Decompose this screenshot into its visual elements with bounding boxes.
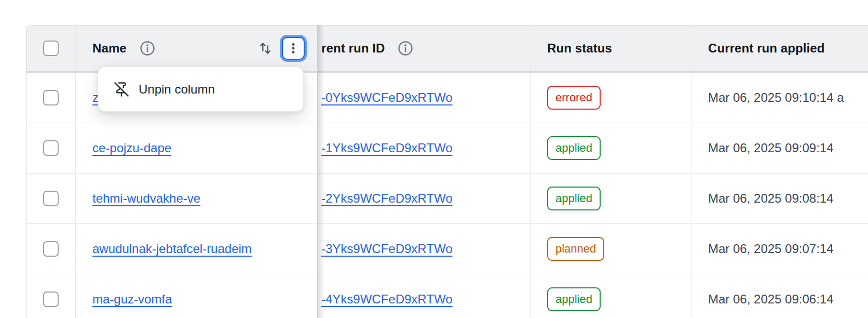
header-cell-name: Name — [76, 25, 318, 71]
sort-icon[interactable] — [258, 41, 273, 56]
run-applied-timestamp: Mar 06, 2025 09:09:14 — [708, 141, 834, 155]
run-applied-timestamp: Mar 06, 2025 09:10:14 a — [708, 90, 844, 105]
row-cell-run-applied: Mar 06, 2025 09:09:14 — [691, 123, 868, 173]
row-cell-name: ce-pojzu-dape — [76, 123, 318, 173]
table-row: awudulnak-jebtafcel-ruadeim -3Yks9WCFeD9… — [26, 224, 868, 274]
row-cell-select — [26, 224, 76, 274]
row-cell-run-status: applied — [531, 174, 691, 223]
header-cell-run-status: Run status — [531, 25, 691, 71]
row-cell-run-id: -3Yks9WCFeD9xRTWo — [318, 224, 531, 274]
row-cell-select — [26, 174, 76, 223]
row-cell-run-applied: Mar 06, 2025 09:08:14 — [691, 174, 868, 223]
table-row: ce-pojzu-dape -1Yks9WCFeD9xRTWo applied … — [26, 123, 868, 174]
pin-off-icon — [114, 82, 129, 97]
run-applied-timestamp: Mar 06, 2025 09:06:14 — [708, 292, 834, 307]
run-id-link[interactable]: -2Yks9WCFeD9xRTWo — [321, 191, 453, 206]
row-checkbox[interactable] — [43, 241, 59, 257]
row-cell-run-id: -2Yks9WCFeD9xRTWo — [318, 174, 531, 223]
table-row: ma-guz-vomfa -4Yks9WCFeD9xRTWo applied M… — [26, 274, 868, 318]
row-cell-run-applied: Mar 06, 2025 09:10:14 a — [691, 73, 868, 123]
run-applied-timestamp: Mar 06, 2025 09:08:14 — [708, 191, 834, 206]
row-cell-name: ma-guz-vomfa — [76, 274, 318, 318]
row-cell-run-applied: Mar 06, 2025 09:07:14 — [691, 224, 868, 274]
workspace-name-link[interactable]: ce-pojzu-dape — [92, 141, 171, 155]
table-header-row: Name rent run ID — [26, 25, 868, 73]
unpin-column-label: Unpin column — [139, 82, 215, 97]
status-badge: applied — [547, 187, 601, 210]
row-checkbox[interactable] — [43, 140, 59, 156]
column-menu-button-wrap — [282, 37, 305, 60]
row-cell-name: tehmi-wudvakhe-ve — [76, 174, 318, 223]
run-applied-column-label: Current run applied — [708, 41, 825, 56]
row-cell-run-applied: Mar 06, 2025 09:06:14 — [691, 274, 868, 318]
run-id-link[interactable]: -3Yks9WCFeD9xRTWo — [321, 242, 453, 256]
status-badge: errored — [547, 86, 601, 110]
header-cell-run-applied: Current run applied — [691, 25, 868, 71]
run-status-column-label: Run status — [547, 41, 612, 56]
run-applied-timestamp: Mar 06, 2025 09:07:14 — [708, 242, 834, 256]
row-cell-run-id: -0Yks9WCFeD9xRTWo — [318, 73, 531, 123]
name-info-icon[interactable] — [139, 40, 156, 57]
workspace-name-link[interactable]: tehmi-wudvakhe-ve — [92, 191, 200, 206]
row-cell-name: awudulnak-jebtafcel-ruadeim — [76, 224, 318, 274]
status-badge: applied — [547, 136, 601, 160]
select-all-checkbox[interactable] — [43, 41, 59, 56]
status-badge: planned — [547, 237, 604, 261]
run-id-column-label: rent run ID — [321, 41, 385, 56]
name-column-label: Name — [92, 41, 127, 56]
table-row: tehmi-wudvakhe-ve -2Yks9WCFeD9xRTWo appl… — [26, 174, 868, 224]
row-checkbox[interactable] — [43, 292, 59, 307]
run-id-link[interactable]: -1Yks9WCFeD9xRTWo — [321, 141, 453, 155]
unpin-column-menu-item[interactable]: Unpin column — [98, 67, 303, 111]
column-menu-kebab-button[interactable] — [282, 37, 305, 60]
status-badge: applied — [547, 287, 601, 311]
run-id-link[interactable]: -4Yks9WCFeD9xRTWo — [321, 292, 453, 307]
row-checkbox[interactable] — [43, 90, 59, 105]
row-cell-run-id: -1Yks9WCFeD9xRTWo — [318, 123, 531, 173]
column-menu-popup: Unpin column — [98, 67, 304, 112]
header-cell-run-id: rent run ID — [318, 25, 531, 71]
row-checkbox[interactable] — [43, 191, 59, 206]
workspace-name-link[interactable]: ma-guz-vomfa — [92, 292, 172, 307]
kebab-icon — [287, 42, 300, 55]
row-cell-run-status: planned — [531, 224, 691, 274]
row-cell-run-id: -4Yks9WCFeD9xRTWo — [318, 274, 531, 318]
row-cell-select — [26, 123, 76, 173]
row-cell-run-status: errored — [531, 73, 691, 123]
row-cell-select — [26, 274, 76, 318]
row-cell-select — [26, 73, 76, 123]
workspace-name-link[interactable]: awudulnak-jebtafcel-ruadeim — [92, 242, 252, 256]
run-id-link[interactable]: -0Yks9WCFeD9xRTWo — [321, 90, 453, 105]
header-cell-select-all — [26, 25, 76, 71]
run-id-info-icon[interactable] — [397, 40, 414, 57]
row-cell-run-status: applied — [531, 123, 691, 173]
row-cell-run-status: applied — [531, 274, 691, 318]
page: Name rent run ID — [0, 0, 868, 318]
